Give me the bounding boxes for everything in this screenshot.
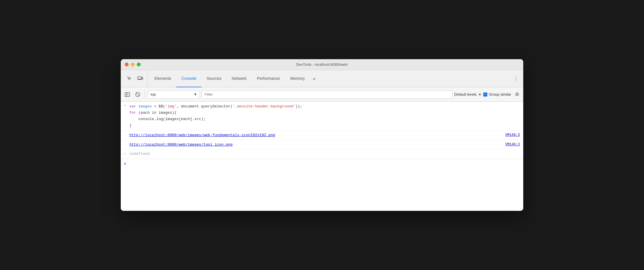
console-output-link-2: http://localhost:8080/web/images/tool_ic… — [121, 140, 523, 150]
console-output-link-1: http://localhost:8080/web/images/web-fun… — [121, 131, 523, 140]
minimize-button[interactable] — [131, 63, 135, 66]
code-line-3: console.log(images[each].src); — [129, 116, 520, 122]
tab-sources[interactable]: Sources — [202, 70, 227, 87]
console-settings-button[interactable]: ⚙ — [513, 90, 521, 99]
svg-marker-5 — [127, 94, 128, 95]
code-line-4: } — [129, 122, 520, 129]
code-line-1: var images = $$('img', document.querySel… — [129, 103, 520, 110]
tab-network[interactable]: Network — [227, 70, 252, 87]
console-output: › var images = $$('img', document.queryS… — [121, 102, 523, 211]
console-code-block: var images = $$('img', document.querySel… — [129, 102, 523, 130]
title-bar: DevTools - localhost:8080/web/ — [121, 59, 523, 70]
tab-bar: Elements Console Sources Network Perform… — [121, 70, 523, 87]
device-toolbar-icon[interactable] — [136, 74, 145, 83]
svg-rect-1 — [142, 77, 143, 79]
devtools-icons — [122, 70, 147, 87]
inspect-element-icon[interactable] — [125, 74, 134, 83]
clear-console-button[interactable] — [133, 90, 142, 99]
maximize-button[interactable] — [137, 63, 141, 66]
filter-input[interactable] — [202, 90, 453, 99]
select-arrow-icon: ▼ — [193, 92, 197, 97]
svg-line-7 — [136, 93, 139, 96]
tab-memory[interactable]: Memory — [285, 70, 310, 87]
console-input-entry: › var images = $$('img', document.queryS… — [121, 102, 523, 131]
output-icon-1 — [121, 132, 129, 133]
tabs-more-button[interactable]: » — [310, 70, 318, 87]
window-title: DevTools - localhost:8080/web/ — [296, 62, 348, 67]
console-return-entry: ‹ undefined — [121, 149, 523, 159]
execution-context-select[interactable]: top ▼ — [148, 90, 200, 99]
output-link-text-1: http://localhost:8080/web/images/web-fun… — [129, 132, 505, 138]
output-url-1[interactable]: http://localhost:8080/web/images/web-fun… — [129, 133, 275, 137]
prompt-icon: > — [121, 162, 129, 166]
log-levels-button[interactable]: Default levels ▼ — [454, 92, 482, 97]
levels-arrow-icon: ▼ — [478, 93, 482, 96]
devtools-settings-button[interactable]: ⋮ — [510, 70, 522, 87]
close-button[interactable] — [125, 63, 129, 66]
group-similar-label[interactable]: Group similar — [489, 92, 511, 97]
tab-performance[interactable]: Performance — [252, 70, 285, 87]
output-link-text-2: http://localhost:8080/web/images/tool_ic… — [129, 142, 505, 148]
sidebar-toggle-button[interactable] — [123, 90, 132, 99]
return-value: undefined — [129, 151, 523, 157]
toolbar-divider-1 — [145, 90, 145, 99]
output-url-2[interactable]: http://localhost:8080/web/images/tool_ic… — [129, 142, 233, 147]
console-prompt-row[interactable]: > — [121, 159, 523, 169]
output-location-2[interactable]: VM146:3 — [505, 142, 523, 146]
group-similar-checkbox[interactable]: ✓ — [483, 92, 487, 97]
devtools-window: DevTools - localhost:8080/web/ Elements … — [121, 59, 523, 211]
output-icon-2 — [121, 142, 129, 142]
return-icon: ‹ — [121, 151, 129, 156]
tab-elements[interactable]: Elements — [149, 70, 176, 87]
traffic-lights — [125, 63, 141, 66]
tab-console[interactable]: Console — [176, 70, 201, 87]
code-line-2: for (each in images){ — [129, 110, 520, 116]
console-toolbar: top ▼ Default levels ▼ ✓ Group similar ⚙ — [121, 87, 523, 102]
console-input-icon: › — [121, 102, 129, 130]
output-location-1[interactable]: VM146:3 — [505, 132, 523, 137]
